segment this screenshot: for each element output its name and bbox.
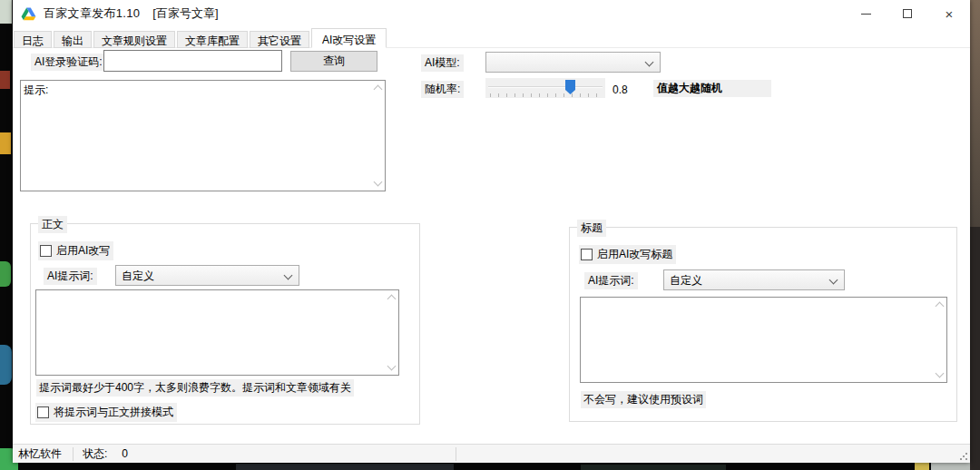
body-prompt-selected-value: 自定义 <box>122 269 154 282</box>
ai-model-select[interactable] <box>485 52 661 73</box>
body-group: 正文 启用AI改写 AI提示词: 自定义 提示词最好少于400字，太多则浪费字数… <box>30 223 420 425</box>
auth-code-label: AI登录验证码: <box>31 54 106 71</box>
minimize-button[interactable] <box>845 0 887 27</box>
window-title: 百家文章发布1.10 <box>44 5 140 22</box>
desktop-fragment <box>0 0 12 24</box>
statusbar-separator <box>73 447 74 461</box>
window-title-context: [百家号文章] <box>152 5 218 22</box>
status-value: 0 <box>122 447 128 460</box>
scroll-down-icon[interactable] <box>936 369 945 378</box>
minimize-icon <box>861 14 871 15</box>
resize-grip-icon[interactable] <box>959 452 968 461</box>
tab-article-rules[interactable]: 文章规则设置 <box>93 31 175 48</box>
desktop-fragment <box>0 261 11 287</box>
close-icon: × <box>946 6 954 22</box>
tab-output[interactable]: 输出 <box>54 31 92 48</box>
auth-code-input[interactable] <box>103 50 282 72</box>
status-label: 状态: <box>83 446 107 462</box>
title-prompt-textarea[interactable] <box>580 297 947 383</box>
prompt-textarea[interactable]: 提示: <box>20 80 386 191</box>
app-icon-yellow <box>24 16 35 20</box>
desktop-fragment <box>236 464 454 470</box>
enable-ai-rewrite-title-label: 启用AI改写标题 <box>597 247 672 262</box>
title-prompt-label: AI提示词: <box>584 272 638 289</box>
enable-ai-rewrite-title-row: 启用AI改写标题 <box>579 245 676 264</box>
status-bar: 林忆软件 状态: 0 <box>13 444 970 463</box>
chevron-down-icon <box>829 276 838 285</box>
maximize-icon <box>903 9 912 18</box>
randomness-slider[interactable] <box>485 78 605 98</box>
query-button[interactable]: 查询 <box>290 51 377 72</box>
scroll-down-icon[interactable] <box>374 178 383 187</box>
scroll-up-icon[interactable] <box>936 302 945 311</box>
body-prompt-label: AI提示词: <box>44 268 97 285</box>
brand-label: 林忆软件 <box>18 446 62 462</box>
tab-log[interactable]: 日志 <box>14 31 52 48</box>
title-group-title: 标题 <box>577 220 606 237</box>
body-group-title: 正文 <box>38 216 67 233</box>
slider-ticks <box>490 93 601 97</box>
body-prompt-textarea[interactable] <box>35 289 399 376</box>
desktop-fragment <box>970 227 980 470</box>
title-prompt-hint: 不会写，建议使用预设词 <box>581 391 706 408</box>
prompt-textarea-text: 提示: <box>24 83 48 98</box>
tab-article-library[interactable]: 文章库配置 <box>177 31 248 48</box>
enable-ai-rewrite-label: 启用AI改写 <box>56 243 110 259</box>
chevron-down-icon <box>284 271 293 280</box>
concat-mode-row: 将提示词与正文拼接模式 <box>35 403 177 422</box>
concat-mode-label: 将提示词与正文拼接模式 <box>54 405 173 420</box>
scroll-up-icon[interactable] <box>387 295 397 304</box>
desktop-fragment <box>0 345 12 385</box>
title-group: 标题 启用AI改写标题 AI提示词: 自定义 不会写，建议使用预设词 <box>569 227 957 422</box>
statusbar-separator <box>456 447 456 461</box>
tab-ai-rewrite-settings[interactable]: AI改写设置 <box>311 28 387 48</box>
title-prompt-select[interactable]: 自定义 <box>663 269 845 290</box>
close-button[interactable]: × <box>928 0 970 27</box>
desktop-fragment <box>0 132 11 154</box>
enable-ai-rewrite-title-checkbox[interactable] <box>581 249 593 260</box>
app-icon <box>21 6 36 22</box>
tab-strip: 日志 输出 文章规则设置 文章库配置 其它设置 AI改写设置 <box>14 28 388 48</box>
scroll-down-icon[interactable] <box>387 362 397 371</box>
body-prompt-hint: 提示词最好少于400字，太多则浪费字数。提示词和文章领域有关 <box>36 379 354 397</box>
desktop-fragment <box>970 0 980 227</box>
title-prompt-selected-value: 自定义 <box>670 274 702 287</box>
concat-mode-checkbox[interactable] <box>37 406 49 418</box>
enable-ai-rewrite-row: 启用AI改写 <box>38 241 113 260</box>
tab-other-settings[interactable]: 其它设置 <box>250 31 309 48</box>
body-prompt-select[interactable]: 自定义 <box>115 265 299 286</box>
randomness-note: 值越大越随机 <box>653 80 771 97</box>
maximize-button[interactable] <box>887 0 928 27</box>
desktop-fragment <box>581 465 726 470</box>
app-window: 百家文章发布1.10 [百家号文章] × 日志 输出 文章规则设置 文章库配置 … <box>13 0 970 463</box>
ai-model-label: AI模型: <box>421 54 464 72</box>
chevron-down-icon <box>645 58 654 67</box>
randomness-value: 0.8 <box>609 82 632 99</box>
desktop-fragment <box>0 71 10 89</box>
scroll-up-icon[interactable] <box>374 85 383 94</box>
slider-track <box>488 86 603 88</box>
slider-thumb[interactable] <box>565 80 575 94</box>
randomness-label: 随机率: <box>421 81 464 98</box>
enable-ai-rewrite-checkbox[interactable] <box>40 245 52 257</box>
title-bar: 百家文章发布1.10 [百家号文章] × <box>13 0 970 27</box>
